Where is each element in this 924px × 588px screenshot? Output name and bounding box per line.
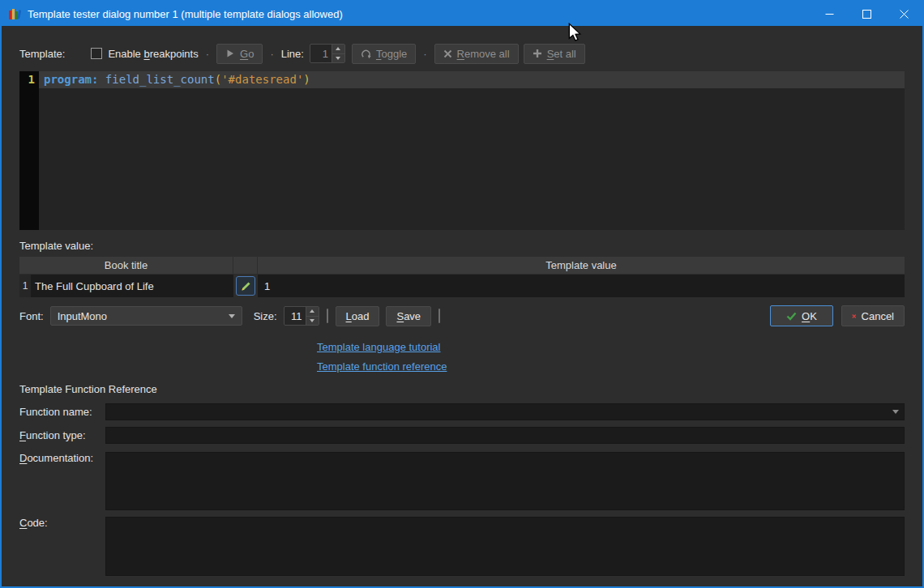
template-tutorial-link[interactable]: Template language tutorial (317, 338, 441, 357)
app-icon (8, 7, 21, 20)
window-controls (811, 2, 922, 26)
documentation-row: Documentation: (19, 452, 905, 510)
font-family-value: InputMono (58, 310, 107, 322)
function-type-row: Function type: (19, 427, 905, 444)
toolbar-separator (327, 309, 328, 323)
plus-icon (533, 49, 542, 58)
line-number-gutter: 1 (19, 71, 39, 230)
edit-cell (233, 275, 258, 297)
checkbox-box-icon[interactable] (91, 48, 102, 59)
code-area[interactable]: program: field_list_count('#datesread') (39, 71, 905, 230)
code-function-name: field_list_count (98, 73, 214, 86)
documentation-textarea[interactable] (105, 452, 905, 510)
font-toolbar: Font: InputMono Size: 11 Load Save OK (19, 305, 905, 326)
edit-template-value-button[interactable] (236, 276, 255, 296)
cancel-button[interactable]: Cancel (841, 305, 905, 326)
line-spinbox[interactable]: 1 (310, 44, 345, 63)
function-name-combobox[interactable] (105, 403, 905, 420)
set-all-breakpoints-button[interactable]: Set all (524, 44, 585, 64)
save-font-button[interactable]: Save (386, 306, 431, 326)
toolbar-separator-dot: · (423, 48, 426, 60)
template-value-label: Template value: (19, 240, 905, 252)
table-row[interactable]: 1 The Full Cupboard of Life 1 (19, 275, 905, 297)
template-value-table: Book title Template value 1 The Full Cup… (19, 257, 905, 297)
load-button-label: Load (346, 310, 370, 322)
book-title-cell[interactable]: The Full Cupboard of Life (31, 275, 233, 297)
save-button-label: Save (396, 310, 421, 322)
documentation-label: Documentation: (19, 452, 105, 510)
font-label: Font: (19, 310, 44, 322)
template-label: Template: (19, 48, 65, 60)
column-header-template-value[interactable]: Template value (258, 257, 905, 274)
window-title: Template tester dialog number 1 (multipl… (28, 8, 343, 20)
maximize-icon (862, 10, 871, 19)
spin-down-button[interactable] (306, 316, 319, 326)
go-button-label: Go (240, 48, 254, 60)
cancel-button-label: Cancel (862, 310, 894, 322)
template-reference-link[interactable]: Template function reference (317, 357, 447, 377)
spin-down-icon (336, 57, 340, 60)
function-name-label: Function name: (19, 403, 105, 420)
ok-button[interactable]: OK (770, 305, 833, 326)
column-header-edit[interactable] (233, 257, 258, 274)
toolbar-separator-dot: · (270, 48, 273, 60)
template-toolbar: Template: Enable breakpoints · Go · Line… (19, 42, 905, 65)
function-type-label: Function type: (19, 427, 105, 444)
minimize-button[interactable] (811, 2, 848, 26)
close-icon (900, 10, 909, 19)
enable-breakpoints-label: Enable breakpoints (108, 48, 198, 60)
spin-down-button[interactable] (332, 53, 344, 63)
font-size-value[interactable]: 11 (284, 307, 306, 325)
row-number: 1 (19, 275, 31, 297)
play-icon (225, 49, 235, 58)
font-size-spinbox[interactable]: 11 (284, 306, 319, 326)
titlebar[interactable]: Template tester dialog number 1 (multipl… (2, 2, 922, 26)
spin-down-icon (310, 319, 314, 322)
remove-all-button-label: Remove all (457, 48, 510, 60)
line-number: 1 (28, 73, 35, 86)
help-links: Template language tutorial Template func… (317, 338, 905, 377)
template-code-editor[interactable]: 1 program: field_list_count('#datesread'… (19, 71, 905, 230)
check-icon (786, 312, 797, 321)
font-family-combobox[interactable]: InputMono (50, 306, 242, 326)
chevron-down-icon (892, 410, 899, 414)
function-code-textarea[interactable] (105, 517, 905, 576)
chevron-down-icon (229, 314, 235, 318)
maximize-button[interactable] (848, 2, 885, 26)
remove-x-icon (443, 49, 452, 58)
code-open-paren: ( (215, 73, 221, 86)
spin-up-button[interactable] (306, 307, 319, 316)
function-type-field[interactable] (105, 427, 905, 444)
code-string-literal: '#datesread' (221, 73, 303, 86)
line-label: Line: (281, 48, 304, 60)
line-spin-buttons (332, 45, 344, 62)
remove-all-breakpoints-button[interactable]: Remove all (434, 44, 519, 64)
function-name-row: Function name: (19, 403, 905, 420)
table-header-row: Book title Template value (19, 257, 905, 274)
pencil-icon (241, 281, 251, 292)
load-font-button[interactable]: Load (336, 306, 380, 326)
line-spinbox-value[interactable]: 1 (310, 45, 332, 62)
code-close-paren: ) (303, 73, 310, 86)
toggle-icon (361, 49, 371, 59)
code-row: Code: (19, 517, 905, 576)
toggle-breakpoint-button[interactable]: Toggle (352, 44, 416, 64)
spin-up-icon (310, 309, 314, 313)
go-button[interactable]: Go (216, 44, 263, 64)
code-label: Code: (19, 517, 105, 576)
close-button[interactable] (885, 2, 922, 26)
enable-breakpoints-checkbox[interactable]: Enable breakpoints (91, 48, 198, 60)
cancel-x-icon (852, 312, 857, 321)
template-tester-window: Template tester dialog number 1 (multipl… (0, 0, 924, 588)
toolbar-separator (438, 309, 440, 323)
font-size-label: Size: (254, 310, 277, 322)
code-line-current[interactable]: program: field_list_count('#datesread') (39, 71, 905, 88)
template-value-cell[interactable]: 1 (258, 275, 905, 297)
toolbar-separator-dot: · (206, 48, 209, 60)
minimize-icon (825, 10, 834, 19)
code-keyword: program: (44, 73, 98, 86)
spin-up-button[interactable] (332, 45, 344, 53)
spin-up-icon (336, 47, 340, 50)
column-header-book-title[interactable]: Book title (19, 257, 233, 274)
set-all-button-label: Set all (547, 48, 576, 60)
